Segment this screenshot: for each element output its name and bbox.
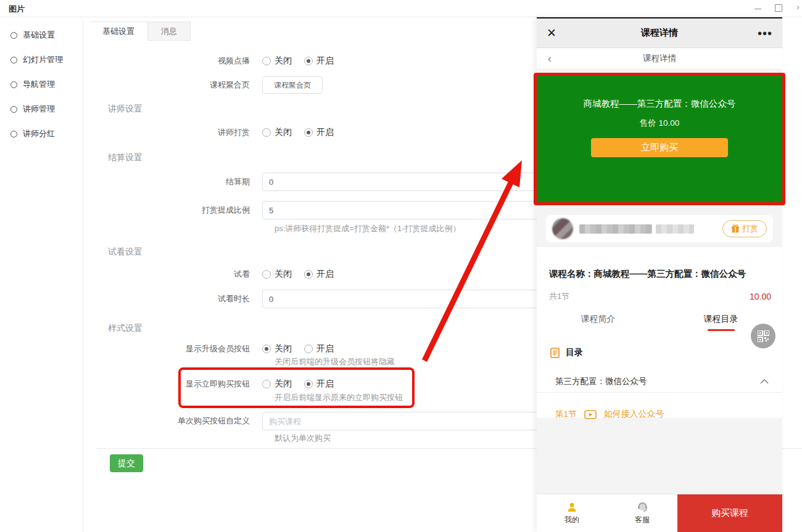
radio-off[interactable]: 关闭 bbox=[262, 379, 292, 390]
form-row-show-buy-button: 显示立即购买按钮 关闭 开启 bbox=[89, 379, 346, 390]
course-price: 10.00 bbox=[750, 292, 771, 301]
form-row-show-upgrade-button: 显示升级会员按钮 关闭 开启 bbox=[89, 343, 346, 354]
radio-selected-icon[interactable] bbox=[304, 270, 313, 279]
circle-icon bbox=[10, 131, 17, 137]
bottombar-mine[interactable]: 我的 bbox=[537, 494, 607, 532]
show-upgrade-help: 关闭后前端的升级会员按钮将隐藏 bbox=[275, 356, 395, 367]
mobile-preview-panel: ✕ 课程详情 ••• ‹ 课程详情 商城教程——第三方配置：微信公众号 售价 1… bbox=[537, 17, 782, 532]
tab-basic-settings[interactable]: 基础设置 bbox=[89, 22, 147, 41]
content-tabs: 基础设置 消息 bbox=[89, 22, 191, 41]
course-aggregation-button[interactable]: 课程聚合页 bbox=[262, 76, 323, 94]
reward-ratio-help: ps:讲师获得打赏提成=打赏金额*（1-打赏提成比例） bbox=[275, 223, 461, 234]
submit-button[interactable]: 提交 bbox=[110, 454, 143, 472]
radio-icon[interactable] bbox=[262, 128, 271, 137]
count-price-row: 共1节 10.00 bbox=[549, 291, 771, 302]
blurred-username bbox=[579, 224, 694, 234]
radio-off[interactable]: 关闭 bbox=[262, 343, 292, 354]
video-play-icon bbox=[584, 410, 597, 419]
circle-icon bbox=[10, 57, 17, 63]
reward-ratio-input[interactable] bbox=[262, 201, 555, 219]
qr-code-button[interactable] bbox=[751, 324, 775, 348]
settlement-period-input[interactable] bbox=[262, 173, 555, 191]
radio-selected-icon[interactable] bbox=[304, 380, 313, 388]
user-icon bbox=[566, 502, 577, 513]
circle-icon bbox=[10, 81, 17, 88]
lesson-index: 第1节 bbox=[555, 409, 577, 420]
radio-selected-icon[interactable] bbox=[304, 57, 313, 65]
radio-selected-icon[interactable] bbox=[262, 345, 271, 353]
form-row-course-aggregation: 课程聚合页 课程聚合页 bbox=[89, 76, 323, 94]
lecturer-card: 打赏 bbox=[546, 215, 773, 242]
gift-icon bbox=[731, 224, 740, 233]
banner-course-title: 商城教程——第三方配置：微信公众号 bbox=[584, 98, 736, 110]
section-trial-settings: 试看设置 bbox=[108, 247, 143, 258]
window-titlebar: 图片 › bbox=[0, 0, 802, 17]
chevron-right-icon[interactable]: › bbox=[796, 2, 800, 12]
sidebar-item-navigation[interactable]: 导航管理 bbox=[0, 72, 83, 97]
sidebar-item-lecturer-dividend[interactable]: 讲师分红 bbox=[0, 121, 83, 146]
lesson-row[interactable]: 第1节 如何接入公众号 bbox=[555, 409, 664, 420]
sidebar: 基础设置 幻灯片管理 导航管理 讲师管理 讲师分红 bbox=[0, 18, 83, 532]
active-tab-underline bbox=[708, 329, 735, 331]
page-subheader: ‹ 课程详情 bbox=[537, 48, 782, 68]
buy-course-button[interactable]: 购买课程 bbox=[677, 494, 782, 532]
single-buy-custom-input[interactable] bbox=[262, 412, 555, 430]
form-row-trial-duration: 试看时长 bbox=[89, 290, 555, 308]
form-row-lecturer-reward: 讲师打赏 关闭 开启 bbox=[89, 127, 346, 138]
section-style-settings: 样式设置 bbox=[108, 323, 143, 334]
document-icon bbox=[550, 348, 560, 358]
subheader-title: 课程详情 bbox=[537, 53, 782, 64]
section-settlement-settings: 结算设置 bbox=[108, 152, 143, 163]
headset-icon bbox=[637, 502, 648, 513]
course-info-section: 课程名称：商城教程——第三方配置：微信公众号 共1节 10.00 课程简介 课程… bbox=[537, 247, 782, 418]
radio-off[interactable]: 关闭 bbox=[262, 127, 292, 138]
tab-messages[interactable]: 消息 bbox=[147, 22, 191, 41]
form-row-reward-ratio: 打赏提成比例 bbox=[89, 201, 555, 219]
radio-on[interactable]: 开启 bbox=[304, 269, 334, 280]
lesson-title: 如何接入公众号 bbox=[604, 409, 664, 420]
buy-now-button[interactable]: 立即购买 bbox=[591, 138, 728, 157]
form-row-single-buy-custom: 单次购买按钮自定义 bbox=[89, 412, 555, 430]
chapter-row[interactable]: 第三方配置：微信公众号 bbox=[537, 370, 782, 393]
close-icon[interactable]: ✕ bbox=[547, 27, 556, 39]
tab-course-intro[interactable]: 课程简介 bbox=[537, 314, 659, 331]
radio-icon[interactable] bbox=[304, 345, 313, 353]
radio-on[interactable]: 开启 bbox=[304, 127, 334, 138]
radio-on[interactable]: 开启 bbox=[304, 55, 334, 67]
page-title: 图片 bbox=[9, 4, 25, 15]
sidebar-item-basic-settings[interactable]: 基础设置 bbox=[0, 23, 83, 47]
radio-on[interactable]: 开启 bbox=[304, 379, 334, 390]
show-buy-help: 开启后前端显示原来的立即购买按钮 bbox=[275, 392, 403, 403]
section-lecturer-settings: 讲师设置 bbox=[108, 104, 143, 115]
trial-duration-input[interactable] bbox=[262, 290, 555, 308]
course-tabs: 课程简介 课程目录 bbox=[537, 314, 782, 331]
bottombar-service[interactable]: 客服 bbox=[607, 494, 677, 532]
radio-off[interactable]: 关闭 bbox=[262, 269, 292, 280]
form-row-trial-watch: 试看 关闭 开启 bbox=[89, 269, 346, 280]
circle-icon bbox=[10, 32, 17, 39]
course-banner: 商城教程——第三方配置：微信公众号 售价 10.00 立即购买 bbox=[537, 76, 782, 202]
form-row-video-on-demand: 视频点播 关闭 开启 bbox=[89, 55, 346, 67]
more-icon[interactable]: ••• bbox=[758, 31, 772, 36]
radio-off[interactable]: 关闭 bbox=[262, 55, 292, 67]
radio-selected-icon[interactable] bbox=[304, 128, 313, 137]
minimize-icon[interactable] bbox=[754, 9, 761, 9]
course-name: 课程名称：商城教程——第三方配置：微信公众号 bbox=[549, 268, 746, 280]
sidebar-item-lecturer-manage[interactable]: 讲师管理 bbox=[0, 97, 83, 121]
circle-icon bbox=[10, 106, 17, 113]
chevron-up-icon[interactable] bbox=[760, 379, 769, 384]
radio-icon[interactable] bbox=[262, 270, 271, 279]
banner-price: 售价 10.00 bbox=[640, 118, 680, 129]
single-buy-help: 默认为单次购买 bbox=[275, 433, 331, 444]
back-icon[interactable]: ‹ bbox=[548, 53, 552, 64]
qr-code-icon bbox=[758, 330, 769, 342]
catalog-header: 目录 bbox=[550, 347, 583, 358]
sidebar-item-slideshow[interactable]: 幻灯片管理 bbox=[0, 47, 83, 72]
radio-icon[interactable] bbox=[262, 380, 271, 388]
annotation-banner-box: 商城教程——第三方配置：微信公众号 售价 10.00 立即购买 bbox=[534, 73, 785, 205]
radio-on[interactable]: 开启 bbox=[304, 343, 334, 354]
avatar bbox=[552, 218, 573, 239]
radio-icon[interactable] bbox=[262, 57, 271, 65]
maximize-icon[interactable] bbox=[775, 4, 782, 12]
reward-button[interactable]: 打赏 bbox=[722, 220, 767, 237]
